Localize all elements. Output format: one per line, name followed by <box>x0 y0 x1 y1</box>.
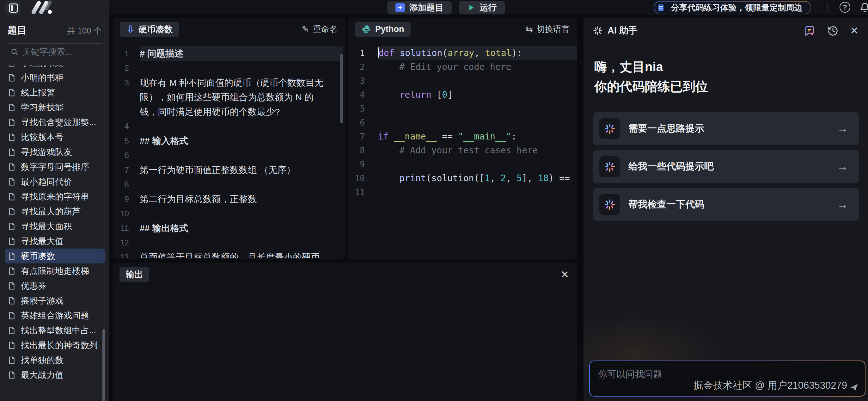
problem-sidebar: 题目 共 100 个 小红的书架 小明的书柜 线上报警 学习新技能 <box>0 0 110 401</box>
editor-line[interactable]: 3 <box>348 74 577 88</box>
notification-bell-icon[interactable] <box>859 2 868 13</box>
list-item[interactable]: 寻找包含斐波那契... <box>5 115 105 130</box>
editor-line[interactable]: 6 <box>113 148 345 162</box>
document-icon <box>8 327 16 335</box>
close-ai-panel-icon[interactable]: ✕ <box>850 26 859 36</box>
ai-question-input[interactable]: 你可以问我问题 掘金技术社区 @ 用户21063530279 <box>590 361 865 396</box>
list-item[interactable]: 英雄组合游戏问题 <box>5 308 105 323</box>
editor-line[interactable]: 11 ## 输出格式 <box>113 221 345 235</box>
editor-line[interactable]: 9 <box>348 157 577 172</box>
list-item[interactable]: 寻找原来的字符串 <box>5 189 105 204</box>
editor-line[interactable]: 7 if __name__ == "__main__": <box>348 130 577 144</box>
ai-assistant-panel: AI 助手 ✕ 嗨，丈目nia 你的代码陪练已到位 <box>584 18 868 401</box>
sparkle-tile <box>599 118 620 139</box>
new-chat-icon[interactable] <box>803 24 816 37</box>
editor-line[interactable]: 1 def solution(array, total): <box>348 46 577 60</box>
editor-line[interactable]: 2 <box>113 61 345 75</box>
editor-line[interactable]: 4 <box>113 119 345 133</box>
list-item-label: 硬币凑数 <box>21 250 55 262</box>
list-item-label: 找出整型数组中占... <box>21 325 96 336</box>
list-item[interactable]: 小红的书架 <box>5 65 105 70</box>
editor-line[interactable]: 4 return [0] <box>348 88 577 102</box>
editor-line[interactable]: 5 ## 输入格式 <box>113 133 345 148</box>
editor-line[interactable]: 13 总面值等于目标总数额的，且长度最小的硬币组 <box>113 250 345 258</box>
rename-button[interactable]: ✎ 重命名 <box>302 24 338 35</box>
help-icon[interactable]: ? <box>840 2 850 13</box>
history-icon[interactable] <box>827 24 839 37</box>
app-logo[interactable] <box>32 1 54 14</box>
output-tab-label: 输出 <box>126 269 143 280</box>
ai-suggestion-card[interactable]: 给我一些代码提示吧 → <box>593 150 859 183</box>
editor-line[interactable]: 2 # Edit your code here <box>348 60 577 74</box>
editor-line[interactable]: 6 <box>348 116 577 130</box>
editor-line[interactable]: 12 <box>113 235 345 250</box>
list-item[interactable]: 硬币凑数 <box>5 249 105 264</box>
output-tab[interactable]: 输出 <box>120 267 149 282</box>
share-promo-banner[interactable]: 分享代码练习体验，领限量定制周边 <box>654 1 811 14</box>
markdown-editor[interactable]: 1 # 问题描述 2 3 现在有 M 种不同面值的硬币（硬币个数数目无限），如何… <box>113 41 345 258</box>
ai-suggestion-card[interactable]: 帮我检查一下代码 → <box>593 188 859 221</box>
sidebar-toggle-button[interactable] <box>6 1 20 15</box>
suggestion-label: 需要一点思路提示 <box>628 122 829 135</box>
list-item[interactable]: 摇骰子游戏 <box>5 293 105 308</box>
line-number: 2 <box>113 61 140 75</box>
list-item[interactable]: 有点限制地走楼梯 <box>5 264 105 278</box>
list-item-label: 优惠券 <box>21 280 46 291</box>
ai-panel-title: AI 助手 <box>608 24 638 37</box>
language-tab[interactable]: Python <box>355 22 411 37</box>
list-item-label: 有点限制地走楼梯 <box>21 265 89 277</box>
search-box[interactable] <box>5 43 104 60</box>
document-icon <box>8 356 16 364</box>
list-item[interactable]: 最小趋同代价 <box>5 174 105 189</box>
list-item[interactable]: 寻找最大的葫芦 <box>5 204 105 219</box>
editor-line[interactable]: 10 <box>113 206 345 221</box>
line-content: 现在有 M 种不同面值的硬币（硬币个数数目无限），如何用这些硬币组合为总数额为 … <box>140 75 345 119</box>
editor-line[interactable]: 9 第二行为目标总数额，正整数 <box>113 192 345 206</box>
line-content: 第一行为硬币面值正整数数组 （无序） <box>140 162 345 177</box>
list-item[interactable]: 数字字母问号排序 <box>5 159 105 174</box>
run-button[interactable]: 运行 <box>459 1 505 14</box>
editor-line[interactable]: 3 现在有 M 种不同面值的硬币（硬币个数数目无限），如何用这些硬币组合为总数额… <box>113 75 345 119</box>
list-item[interactable]: 线上报警 <box>5 85 105 100</box>
list-item[interactable]: 比较版本号 <box>5 130 105 145</box>
list-item[interactable]: 寻找游戏队友 <box>5 145 105 159</box>
sidebar-scrollbar[interactable] <box>102 329 105 401</box>
editor-line[interactable]: 8 <box>113 177 345 192</box>
switch-language-button[interactable]: ⇆ 切换语言 <box>526 24 569 35</box>
greeting-line-2: 你的代码陪练已到位 <box>594 76 857 96</box>
line-content: return [0] <box>378 88 577 102</box>
editor-line[interactable]: 5 <box>348 102 577 116</box>
search-input[interactable] <box>23 47 99 57</box>
editor-line[interactable]: 10 print(solution([1, 2, 5], 18) == <box>348 172 577 185</box>
editor-line[interactable]: 1 # 问题描述 <box>113 46 345 61</box>
list-item-label: 最大战力值 <box>21 369 64 379</box>
editor-line[interactable]: 7 第一行为硬币面值正整数数组 （无序） <box>113 162 345 177</box>
editor-line[interactable]: 8 # Add your test cases here <box>348 144 577 157</box>
close-output-icon[interactable]: ✕ <box>560 270 569 280</box>
list-item[interactable]: 最大战力值 <box>5 368 105 378</box>
list-item[interactable]: 小明的书柜 <box>5 70 105 85</box>
list-item[interactable]: 寻找最大面积 <box>5 219 105 234</box>
list-item-label: 最小趋同代价 <box>21 176 72 188</box>
list-item-label: 寻找最大值 <box>21 236 64 247</box>
list-item[interactable]: 找出整型数组中占... <box>5 323 105 338</box>
list-item[interactable]: 找出最长的神奇数列 <box>5 338 105 352</box>
add-problem-button[interactable]: + 添加题目 <box>387 1 452 14</box>
document-icon <box>8 89 16 97</box>
arrow-right-icon: → <box>837 198 848 211</box>
run-label: 运行 <box>479 2 497 13</box>
list-item[interactable]: 寻找最大值 <box>5 234 105 249</box>
list-item[interactable]: 找单独的数 <box>5 352 105 368</box>
list-item[interactable]: 优惠券 <box>5 278 105 293</box>
line-content: # 问题描述 <box>140 46 345 61</box>
list-item-label: 寻找包含斐波那契... <box>21 117 96 128</box>
problem-tab[interactable]: ⇩ 硬币凑数 <box>120 22 179 37</box>
list-item[interactable]: 学习新技能 <box>5 100 105 115</box>
line-content: def solution(array, total): <box>378 46 577 60</box>
ai-suggestion-card[interactable]: 需要一点思路提示 → <box>593 112 859 145</box>
line-number: 8 <box>113 177 140 192</box>
editor-line[interactable]: 11 <box>348 185 577 199</box>
document-icon <box>8 65 16 67</box>
code-editor[interactable]: 1 def solution(array, total): 2 # Edit y… <box>348 41 577 258</box>
code-editor-panel: Python ⇆ 切换语言 1 def solution(array, tota… <box>348 18 577 259</box>
